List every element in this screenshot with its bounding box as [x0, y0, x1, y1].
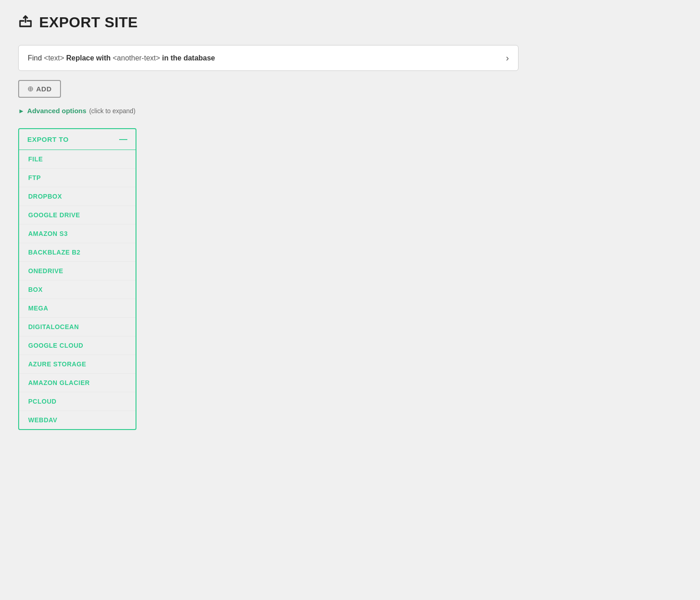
export-option-item[interactable]: DIGITALOCEAN [19, 318, 136, 336]
advanced-options-arrow-icon: ► [18, 107, 25, 115]
export-option-item[interactable]: AMAZON S3 [19, 225, 136, 243]
export-to-title: EXPORT TO [27, 135, 69, 143]
export-option-item[interactable]: DROPBOX [19, 187, 136, 206]
export-option-item[interactable]: PCLOUD [19, 392, 136, 411]
export-option-item[interactable]: FTP [19, 169, 136, 187]
export-option-item[interactable]: BACKBLAZE B2 [19, 243, 136, 262]
find-replace-text: Find <text> Replace with <another-text> … [28, 54, 215, 62]
advanced-options-label: Advanced options [27, 107, 86, 115]
find-replace-bar[interactable]: Find <text> Replace with <another-text> … [18, 45, 519, 71]
advanced-options[interactable]: ► Advanced options (click to expand) [18, 107, 682, 115]
plus-icon: ⊕ [27, 85, 34, 93]
export-options-list: FILEFTPDROPBOXGOOGLE DRIVEAMAZON S3BACKB… [19, 150, 136, 429]
page-title: EXPORT SITE [39, 14, 138, 31]
export-option-item[interactable]: ONEDRIVE [19, 262, 136, 280]
export-option-item[interactable]: WEBDAV [19, 411, 136, 429]
export-to-panel: EXPORT TO — FILEFTPDROPBOXGOOGLE DRIVEAM… [18, 128, 136, 430]
collapse-icon[interactable]: — [119, 135, 127, 144]
export-option-item[interactable]: AZURE STORAGE [19, 355, 136, 374]
add-button-label: ADD [36, 85, 52, 93]
export-option-item[interactable]: GOOGLE CLOUD [19, 336, 136, 355]
page-header: EXPORT SITE [18, 14, 682, 31]
export-to-header: EXPORT TO — [19, 129, 136, 150]
export-option-item[interactable]: MEGA [19, 299, 136, 318]
export-option-item[interactable]: AMAZON GLACIER [19, 374, 136, 392]
export-site-icon [18, 14, 33, 31]
export-option-item[interactable]: BOX [19, 280, 136, 299]
find-replace-chevron-icon: › [506, 53, 509, 63]
export-option-item[interactable]: FILE [19, 150, 136, 169]
add-button[interactable]: ⊕ ADD [18, 80, 61, 98]
advanced-options-hint: (click to expand) [89, 107, 136, 115]
export-option-item[interactable]: GOOGLE DRIVE [19, 206, 136, 225]
